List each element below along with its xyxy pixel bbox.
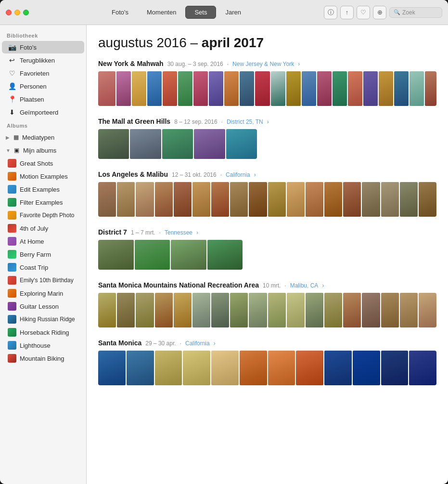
sidebar-item-motion-examples[interactable]: Motion Examples [2, 170, 84, 183]
photo-cell[interactable] [343, 182, 361, 217]
photo-cell[interactable] [155, 351, 182, 385]
sidebar-item-personen[interactable]: 👤 Personen [2, 80, 84, 92]
photo-cell[interactable] [249, 293, 267, 327]
photo-cell[interactable] [211, 293, 229, 327]
photo-cell[interactable] [226, 129, 257, 159]
sidebar-item-at-home[interactable]: At Home [2, 235, 84, 248]
photo-cell[interactable] [174, 182, 192, 217]
photo-cell[interactable] [117, 293, 135, 327]
photo-cell[interactable] [362, 293, 380, 327]
photo-cell[interactable] [409, 351, 436, 385]
section-new-york-location[interactable]: New Jersey & New York [232, 61, 294, 67]
photo-cell[interactable] [302, 71, 316, 106]
tab-jaren[interactable]: Jaren [216, 6, 250, 19]
photo-cell[interactable] [249, 182, 267, 217]
section-la-location[interactable]: California [226, 171, 250, 178]
photo-cell[interactable] [363, 71, 378, 106]
photo-cell[interactable] [147, 71, 162, 106]
heart-button[interactable]: ♡ [357, 6, 370, 19]
photo-cell[interactable] [394, 71, 409, 106]
section-sm-location[interactable]: California [185, 340, 210, 347]
sidebar-item-lighthouse[interactable]: Lighthouse [2, 339, 84, 352]
photo-cell[interactable] [379, 71, 393, 106]
photo-cell[interactable] [98, 351, 126, 385]
photo-cell[interactable] [136, 182, 154, 217]
photo-cell[interactable] [400, 293, 418, 327]
photo-cell[interactable] [224, 71, 239, 106]
tab-sets[interactable]: Sets [185, 6, 216, 19]
photo-cell[interactable] [271, 71, 285, 106]
photo-cell[interactable] [155, 182, 173, 217]
info-button[interactable]: ⓘ [324, 6, 337, 19]
section-smm-location[interactable]: Malibu, CA [290, 282, 319, 289]
photo-cell[interactable] [381, 351, 409, 385]
photo-cell[interactable] [132, 71, 146, 106]
photo-cell[interactable] [268, 182, 286, 217]
photo-cell[interactable] [230, 182, 248, 217]
section-d7-location[interactable]: Tennessee [165, 229, 192, 236]
section-mall-location[interactable]: District 25, TN [227, 118, 263, 125]
photo-cell[interactable] [211, 351, 239, 385]
section-sm-strip[interactable] [98, 351, 436, 385]
sidebar-item-terugblikken[interactable]: ↩ Terugblikken [2, 54, 84, 66]
sidebar-item-exploring-marin[interactable]: Exploring Marin [2, 287, 84, 300]
photo-cell[interactable] [381, 182, 399, 217]
close-button[interactable] [6, 10, 12, 15]
photo-cell[interactable] [135, 240, 170, 270]
photo-cell[interactable] [155, 293, 173, 327]
photo-cell[interactable] [162, 129, 193, 159]
photo-cell[interactable] [98, 71, 115, 106]
photo-cell[interactable] [98, 293, 116, 327]
photo-cell[interactable] [348, 71, 362, 106]
photo-cell[interactable] [400, 182, 418, 217]
section-mall-strip[interactable] [98, 129, 257, 159]
photo-cell[interactable] [425, 71, 436, 106]
photo-cell[interactable] [171, 240, 206, 270]
sidebar-item-berry-farm[interactable]: Berry Farm [2, 248, 84, 261]
sidebar-item-4th-of-july[interactable]: 4th of July [2, 222, 84, 235]
photo-cell[interactable] [240, 351, 267, 385]
photo-cell[interactable] [333, 71, 347, 106]
photo-cell[interactable] [98, 240, 134, 270]
photo-cell[interactable] [286, 71, 301, 106]
photo-cell[interactable] [117, 182, 135, 217]
section-smm-strip[interactable] [98, 293, 436, 327]
section-la-strip[interactable] [98, 182, 436, 217]
photo-cell[interactable] [209, 71, 223, 106]
photo-cell[interactable] [324, 293, 342, 327]
photo-cell[interactable] [174, 293, 192, 327]
photo-cell[interactable] [317, 71, 332, 106]
photo-cell[interactable] [193, 71, 208, 106]
photo-cell[interactable] [127, 351, 154, 385]
photo-cell[interactable] [240, 71, 254, 106]
tab-momenten[interactable]: Momenten [138, 6, 185, 19]
photo-cell[interactable] [362, 182, 380, 217]
photo-cell[interactable] [211, 182, 229, 217]
photo-cell[interactable] [381, 293, 399, 327]
sidebar-item-edit-examples[interactable]: Edit Examples [2, 183, 84, 196]
mijn-albums-toggle[interactable]: ▼ ▣ Mijn albums [2, 144, 84, 157]
sidebar-item-great-shots[interactable]: Great Shots [2, 157, 84, 170]
photo-cell[interactable] [324, 351, 352, 385]
photo-cell[interactable] [268, 293, 286, 327]
section-d7-strip[interactable] [98, 240, 243, 270]
photo-cell[interactable] [136, 293, 154, 327]
photo-cell[interactable] [116, 71, 131, 106]
photo-cell[interactable] [268, 351, 295, 385]
photo-cell[interactable] [130, 129, 161, 159]
photo-cell[interactable] [163, 71, 177, 106]
sidebar-item-guitar-lesson[interactable]: Guitar Lesson [2, 300, 84, 313]
photo-cell[interactable] [306, 182, 323, 217]
sidebar-item-horseback-riding[interactable]: Horseback Riding [2, 326, 84, 339]
sidebar-item-plaatsen[interactable]: 📍 Plaatsen [2, 93, 84, 105]
minimize-button[interactable] [14, 10, 20, 15]
photo-cell[interactable] [183, 351, 210, 385]
photo-cell[interactable] [287, 182, 305, 217]
photo-cell[interactable] [98, 129, 129, 159]
photo-cell[interactable] [230, 293, 248, 327]
search-box[interactable]: 🔍 Zoek [389, 7, 442, 18]
photo-cell[interactable] [306, 293, 323, 327]
sidebar-item-fotos[interactable]: 📷 Foto's [2, 41, 84, 53]
maximize-button[interactable] [23, 10, 29, 15]
tab-fotos[interactable]: Foto's [102, 6, 138, 19]
